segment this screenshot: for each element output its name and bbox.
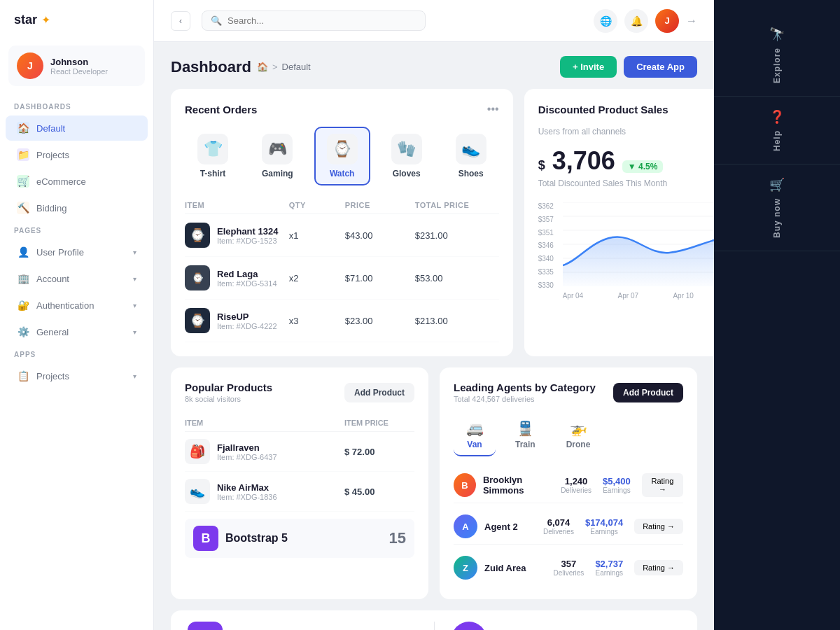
- auth-icon: 🔐: [17, 299, 29, 312]
- tab-shoes[interactable]: 👟 Shoes: [443, 127, 499, 186]
- tab-gaming[interactable]: 🎮 Gaming: [249, 127, 306, 186]
- agent-deliveries-label-1: Deliveries: [561, 486, 592, 494]
- tab-train[interactable]: 🚆 Train: [504, 414, 547, 456]
- pop-products-title: Popular Products: [185, 382, 272, 393]
- tab-watch-label: Watch: [330, 169, 355, 178]
- sidebar-logo: star✦: [0, 0, 153, 40]
- logo-star: ✦: [41, 13, 50, 27]
- more-options-icon[interactable]: •••: [487, 103, 499, 115]
- tech-stack-bar: B Bootstrap 5 ⊙re ASP.NET Core 7: [171, 610, 697, 630]
- nav-label-bidding: Bidding: [36, 203, 66, 214]
- tab-gaming-label: Gaming: [262, 169, 293, 178]
- right-panel: 🔭 Explore ❓ Help 🛒 Buy now: [714, 0, 840, 630]
- nav-label-apps-projects: Projects: [36, 371, 69, 382]
- collapse-sidebar-button[interactable]: ‹: [171, 11, 190, 31]
- topbar-avatar[interactable]: J: [655, 9, 679, 33]
- item-total-2: $53.00: [415, 273, 499, 284]
- tab-van[interactable]: 🚐 Van: [454, 414, 496, 456]
- sidebar-item-account[interactable]: 🏢Account ▾: [6, 266, 148, 291]
- tab-drone[interactable]: 🚁 Drone: [555, 414, 602, 456]
- sidebar-item-authentication[interactable]: 🔐Authentication ▾: [6, 293, 148, 318]
- ecommerce-icon: 🛒: [17, 175, 29, 188]
- sidebar-item-apps-projects[interactable]: 📋Projects ▾: [6, 363, 148, 388]
- globe-icon[interactable]: 🌐: [594, 9, 617, 33]
- prod-id-count: 15: [389, 529, 406, 547]
- prod-name-2: Nike AirMax: [217, 482, 277, 493]
- prod-id-2: Item: #XDG-1836: [217, 493, 277, 501]
- user-role: React Developer: [50, 67, 108, 76]
- bottom-grid: Popular Products 8k social visitors Add …: [171, 368, 697, 599]
- item-price-1: $43.00: [345, 230, 415, 241]
- list-item: Z Zuid Area 357 Deliveries $2,737 Earnin…: [454, 550, 683, 585]
- prod-price-2: $ 45.00: [344, 486, 414, 497]
- shoes-icon: 👟: [456, 134, 486, 164]
- sidebar-item-projects[interactable]: 📁Projects: [6, 142, 148, 167]
- col-price: PRICE: [345, 201, 415, 209]
- bootstrap-label: Bootstrap 5: [225, 532, 288, 545]
- prod-thumb-2: 👟: [185, 479, 210, 504]
- col-total: TOTAL PRICE: [415, 201, 499, 209]
- rating-button-1[interactable]: Rating →: [642, 473, 683, 497]
- add-product-agents-button[interactable]: Add Product: [613, 383, 683, 402]
- search-input[interactable]: [227, 15, 416, 26]
- invite-button[interactable]: + Invite: [560, 56, 617, 78]
- user-profile-icon: 👤: [17, 246, 29, 258]
- topbar-arrow-icon[interactable]: →: [686, 15, 697, 27]
- breadcrumb: 🏠 > Default: [257, 62, 311, 72]
- disc-subtitle: Users from all channels: [538, 127, 714, 136]
- home-icon: 🏠: [17, 122, 29, 134]
- disc-amount: 3,706: [552, 146, 615, 176]
- help-label: Help: [772, 130, 782, 151]
- user-name: Johnson: [50, 57, 108, 67]
- sidebar-item-default[interactable]: 🏠Default: [6, 115, 148, 141]
- agents-header: Leading Agents by Category Total 424,567…: [454, 382, 683, 403]
- bell-icon[interactable]: 🔔: [624, 9, 648, 33]
- main-area: ‹ 🔍 🌐 🔔 J → Dashboard 🏠 > Default: [154, 0, 714, 630]
- watch-icon: ⌚: [327, 134, 358, 164]
- recent-orders-header: Recent Orders •••: [185, 103, 499, 115]
- agent-avatar-2: A: [454, 514, 477, 538]
- nav-label-user-profile: User Profile: [36, 247, 84, 258]
- agent-avatar-1: B: [454, 473, 476, 497]
- sidebar-item-ecommerce[interactable]: 🛒eCommerce: [6, 169, 148, 194]
- create-app-button[interactable]: Create App: [624, 56, 697, 78]
- user-card[interactable]: J Johnson React Developer: [8, 46, 145, 86]
- sidebar-item-bidding[interactable]: 🔨Bidding: [6, 195, 148, 220]
- agent-earnings-3: $2,737: [595, 559, 623, 569]
- gaming-icon: 🎮: [262, 134, 293, 164]
- disc-label: Total Discounted Sales This Month: [538, 178, 714, 188]
- explore-panel-item[interactable]: 🔭 Explore: [714, 14, 840, 97]
- recent-orders-title: Recent Orders: [185, 104, 257, 115]
- tab-tshirt[interactable]: 👕 T-shirt: [185, 127, 241, 186]
- buy-now-panel-item[interactable]: 🛒 Buy now: [714, 164, 840, 251]
- help-panel-item[interactable]: ❓ Help: [714, 97, 840, 164]
- prod-col-price: ITEM PRICE: [344, 419, 414, 427]
- sidebar-item-user-profile[interactable]: 👤User Profile ▾: [6, 239, 148, 265]
- explore-icon: 🔭: [769, 27, 785, 42]
- train-icon: 🚆: [517, 420, 534, 437]
- prod-name-1: Fjallraven: [217, 442, 277, 453]
- agent-deliveries-label-3: Deliveries: [553, 569, 584, 577]
- tab-van-label: Van: [467, 440, 482, 449]
- sales-chart: $362 $357 $351 $346 $340 $335 $330: [538, 202, 714, 300]
- list-item: 👟 Nike AirMax Item: #XDG-1836 $ 45.00: [185, 472, 414, 512]
- prod-id-1: Item: #XDG-6437: [217, 453, 277, 461]
- item-total-1: $231.00: [415, 230, 499, 241]
- avatar: J: [17, 52, 43, 79]
- item-name-3: RiseUP: [217, 312, 277, 322]
- logo-text: star: [14, 13, 37, 27]
- agents-subtitle: Total 424,567 deliveries: [454, 395, 596, 403]
- item-info-2: ⌚ Red Laga Item: #XDG-5314: [185, 265, 289, 290]
- prod-price-1: $ 72.00: [344, 447, 414, 457]
- tab-gloves[interactable]: 🧤 Gloves: [379, 127, 435, 186]
- apps-label: APPS: [0, 345, 153, 363]
- rating-button-2[interactable]: Rating →: [634, 519, 683, 534]
- add-product-button[interactable]: Add Product: [344, 383, 414, 402]
- tab-watch[interactable]: ⌚ Watch: [314, 127, 370, 186]
- prod-col-item: ITEM: [185, 419, 344, 427]
- nav-label-projects: Projects: [36, 150, 69, 160]
- search-box: 🔍: [202, 10, 426, 31]
- sidebar-item-general[interactable]: ⚙️General ▾: [6, 319, 148, 344]
- disc-title: Discounted Product Sales: [538, 104, 668, 115]
- rating-button-3[interactable]: Rating →: [634, 560, 683, 575]
